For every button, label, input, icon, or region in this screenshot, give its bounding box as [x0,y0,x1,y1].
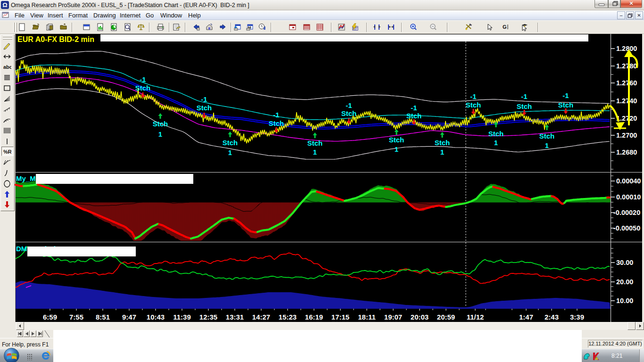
svg-text:10.00: 10.00 [616,297,633,304]
svg-text:11/12: 11/12 [467,313,484,321]
svg-text:1: 1 [545,141,549,149]
svg-text:-1: -1 [521,92,527,100]
svg-text:7:55: 7:55 [69,313,83,321]
svg-text:Stch: Stch [539,132,555,140]
svg-text:1: 1 [440,148,444,156]
svg-text:20:59: 20:59 [437,313,455,321]
svg-text:-1: -1 [470,92,476,100]
svg-text:11:39: 11:39 [173,313,191,321]
svg-text:-1: -1 [201,95,207,103]
svg-text:10:43: 10:43 [147,313,165,321]
svg-text:Stch: Stch [135,84,151,92]
svg-text:-1: -1 [140,75,146,83]
svg-text:0.00040: 0.00040 [616,177,641,185]
svg-text:-1: -1 [562,91,569,99]
svg-text:14:27: 14:27 [252,313,270,321]
svg-text:1:47: 1:47 [519,313,533,321]
svg-text:Stch: Stch [558,101,574,109]
svg-text:Stch: Stch [341,109,357,117]
svg-text:1.2700: 1.2700 [616,132,637,139]
svg-text:Stch: Stch [406,112,422,120]
svg-text:17:15: 17:15 [331,313,349,321]
svg-text:My_M: My_M [16,174,36,182]
svg-text:Stch: Stch [466,101,481,109]
svg-text:1: 1 [228,148,232,156]
svg-text:1: 1 [158,130,162,138]
svg-text:13:31: 13:31 [226,313,244,321]
svg-text:EUR A0-FX BID-2 min: EUR A0-FX BID-2 min [17,35,94,43]
svg-text:Stch: Stch [153,120,168,128]
svg-text:6:59: 6:59 [43,313,57,321]
svg-text:1.2760: 1.2760 [616,79,637,87]
svg-text:3:39: 3:39 [570,313,584,321]
svg-text:Stch: Stch [389,136,405,144]
svg-text:1: 1 [494,139,498,147]
svg-text:12:35: 12:35 [199,313,217,321]
svg-text:1.2800: 1.2800 [616,45,637,52]
svg-text:15:23: 15:23 [279,313,297,321]
svg-text:Stch: Stch [307,139,323,147]
svg-text:Stch: Stch [197,104,212,112]
svg-text:Stch: Stch [223,139,238,147]
svg-text:Stch: Stch [269,119,284,127]
svg-text:0.00010: 0.00010 [616,193,641,201]
svg-text:30.00: 30.00 [616,259,633,266]
svg-text:20.00: 20.00 [616,278,633,286]
svg-text:20:03: 20:03 [411,313,429,321]
svg-text:18:11: 18:11 [358,313,376,321]
svg-text:1.2780: 1.2780 [616,62,637,70]
svg-text:-0.00020: -0.00020 [613,209,640,216]
svg-text:1: 1 [313,148,317,156]
svg-text:!: ! [595,357,596,360]
svg-text:-1: -1 [273,111,279,119]
svg-text:1.2680: 1.2680 [616,148,637,156]
svg-text:1: 1 [395,145,398,153]
svg-text:G: G [503,24,507,30]
svg-text:9:47: 9:47 [122,313,136,321]
svg-text:Stch: Stch [435,139,450,147]
svg-text:-1: -1 [346,101,352,109]
svg-text:Stch: Stch [517,102,532,110]
svg-text:1.2740: 1.2740 [616,97,637,105]
svg-text:8:51: 8:51 [96,313,110,321]
svg-text:2:43: 2:43 [545,313,559,321]
svg-text:16:19: 16:19 [305,313,323,321]
svg-text:-0.00050: -0.00050 [613,224,640,232]
svg-text:Stch: Stch [488,130,504,138]
svg-text:-1: -1 [411,104,417,112]
svg-text:19:07: 19:07 [384,313,402,321]
